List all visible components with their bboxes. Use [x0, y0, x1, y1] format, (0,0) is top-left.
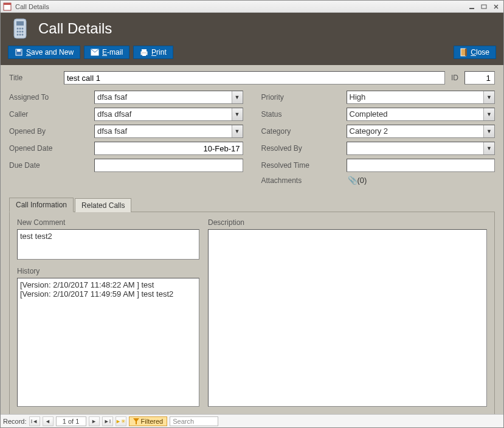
chevron-down-icon[interactable]: ▼	[483, 142, 494, 154]
svg-rect-23	[142, 54, 146, 56]
left-column: Assigned To dfsa fsaf ▼ Caller dfsa dfsa…	[9, 91, 243, 188]
filter-icon	[133, 418, 139, 424]
svg-rect-2	[469, 8, 474, 9]
print-icon	[140, 48, 148, 57]
opened-date-label: Opened Date	[9, 144, 94, 153]
right-column: Priority High ▼ Status Completed ▼ Categ…	[261, 91, 495, 188]
nav-prev-button[interactable]: ◄	[43, 416, 54, 426]
save-and-new-button[interactable]: SSave and Newave and New	[8, 46, 80, 59]
description-label: Description	[208, 218, 487, 227]
new-comment-label: New Comment	[17, 218, 199, 227]
record-position[interactable]: 1 of 1	[56, 416, 86, 426]
titlebar: Call Details	[1, 1, 503, 13]
svg-rect-3	[482, 5, 486, 9]
resolved-by-combo[interactable]: ▼	[347, 142, 495, 155]
form-body: Title ID Assigned To dfsa fsaf ▼ Caller	[1, 65, 503, 414]
search-input[interactable]: Search	[170, 416, 218, 426]
attachments-count: (0)	[357, 176, 367, 185]
resolved-by-value	[347, 142, 484, 154]
history-label: History	[17, 267, 199, 275]
nav-last-button[interactable]: ►I	[102, 416, 113, 426]
priority-label: Priority	[261, 93, 347, 102]
call-details-window: Call Details Call Details	[0, 0, 504, 428]
tab-related-calls[interactable]: Related Calls	[75, 198, 131, 212]
mail-icon	[91, 49, 99, 56]
svg-rect-21	[142, 49, 147, 52]
svg-point-13	[22, 31, 24, 33]
new-comment-input[interactable]: test test2	[17, 229, 199, 260]
category-value: Category 2	[347, 125, 484, 137]
chevron-down-icon[interactable]: ▼	[232, 108, 243, 120]
chevron-down-icon[interactable]: ▼	[232, 91, 243, 103]
resolved-time-input[interactable]	[347, 159, 495, 172]
chevron-down-icon[interactable]: ▼	[232, 125, 243, 137]
close-button[interactable]: CCloselose	[454, 46, 496, 59]
status-value: Completed	[347, 108, 484, 120]
chevron-down-icon[interactable]: ▼	[483, 125, 494, 137]
svg-rect-24	[461, 49, 466, 56]
save-icon	[15, 48, 23, 57]
nav-first-button[interactable]: I◄	[29, 416, 40, 426]
svg-point-10	[22, 28, 24, 30]
filter-indicator[interactable]: Filtered	[129, 416, 168, 426]
window-title: Call Details	[15, 3, 49, 10]
svg-rect-1	[4, 3, 11, 5]
assigned-to-value: dfsa fsaf	[95, 91, 232, 103]
svg-point-15	[19, 34, 21, 36]
nav-next-button[interactable]: ►	[89, 416, 100, 426]
page-title: Call Details	[38, 20, 112, 37]
paperclip-icon: 📎	[348, 176, 357, 185]
opened-by-value: dfsa fsaf	[95, 125, 232, 137]
attachments-field[interactable]: 📎(0)	[347, 176, 495, 185]
id-label: ID	[451, 74, 458, 82]
assigned-to-label: Assigned To	[9, 93, 94, 102]
close-window-button[interactable]	[491, 2, 501, 11]
opened-by-label: Opened By	[9, 127, 94, 136]
status-combo[interactable]: Completed ▼	[347, 108, 495, 121]
phone-icon	[8, 16, 32, 41]
tabstrip: Call Information Related Calls	[9, 198, 495, 212]
form-icon	[3, 2, 12, 11]
due-date-label: Due Date	[9, 161, 94, 170]
email-button[interactable]: EE-mail-mail	[84, 46, 129, 59]
id-input[interactable]	[464, 71, 495, 85]
priority-combo[interactable]: High ▼	[347, 91, 495, 104]
opened-date-input[interactable]	[94, 142, 243, 155]
door-icon	[460, 48, 468, 57]
svg-point-12	[19, 31, 21, 33]
svg-point-9	[19, 28, 21, 30]
due-date-input[interactable]	[94, 159, 243, 172]
chevron-down-icon[interactable]: ▼	[483, 91, 494, 103]
svg-rect-19	[17, 49, 21, 52]
tab-panel-call-information: New Comment test test2 History [Version:…	[9, 212, 495, 414]
svg-point-11	[17, 31, 19, 33]
svg-point-16	[22, 34, 24, 36]
svg-rect-7	[16, 21, 24, 26]
category-combo[interactable]: Category 2 ▼	[347, 125, 495, 138]
opened-by-combo[interactable]: dfsa fsaf ▼	[94, 125, 243, 138]
nav-new-button[interactable]: ►✳	[116, 416, 126, 426]
assigned-to-combo[interactable]: dfsa fsaf ▼	[94, 91, 243, 104]
record-label: Record:	[3, 418, 27, 425]
resolved-by-label: Resolved By	[261, 144, 347, 153]
restore-button[interactable]	[479, 2, 489, 11]
title-label: Title	[9, 74, 58, 82]
attachments-label: Attachments	[261, 176, 347, 185]
title-input[interactable]	[64, 71, 445, 85]
form-header: Call Details SSave and Newave and New EE…	[1, 13, 503, 65]
toolbar: SSave and Newave and New EE-mail-mail PP…	[8, 46, 496, 59]
minimize-button[interactable]	[467, 2, 477, 11]
svg-marker-26	[133, 418, 139, 424]
history-textbox[interactable]: [Version: 2/10/2017 11:48:22 AM ] test […	[17, 278, 199, 407]
priority-value: High	[347, 91, 484, 103]
tab-call-information[interactable]: Call Information	[9, 198, 74, 212]
caller-combo[interactable]: dfsa dfsaf ▼	[94, 108, 243, 121]
category-label: Category	[261, 127, 347, 136]
chevron-down-icon[interactable]: ▼	[483, 108, 494, 120]
print-button[interactable]: PPrintrint	[133, 46, 173, 59]
svg-point-8	[17, 28, 19, 30]
caller-label: Caller	[9, 110, 94, 119]
status-label: Status	[261, 110, 347, 119]
caller-value: dfsa dfsaf	[95, 108, 232, 120]
description-textbox[interactable]	[208, 229, 487, 407]
